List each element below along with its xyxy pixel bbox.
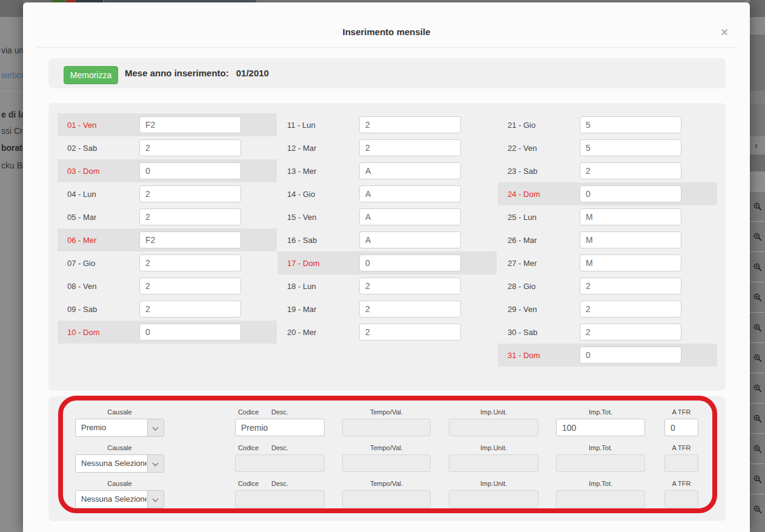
background-list-row — [750, 312, 765, 342]
day-row: 27 - Mer — [498, 251, 717, 274]
background-list-row — [750, 433, 765, 464]
day-value-input[interactable] — [580, 278, 681, 294]
causale-row: Causale Nessuna Selezione Codice 0 Desc.… — [48, 480, 726, 510]
day-value-input[interactable] — [580, 254, 681, 271]
day-value-input[interactable] — [139, 231, 241, 248]
a-tfr-field-group: A TFR — [664, 408, 698, 436]
day-value-input[interactable] — [359, 301, 461, 318]
day-value-input[interactable] — [139, 162, 241, 179]
day-row: 03 - Dom — [58, 159, 277, 182]
close-icon[interactable]: × — [716, 24, 733, 40]
day-value-input[interactable] — [139, 254, 241, 271]
day-row: 14 - Gio — [277, 182, 497, 205]
causale-field-group: Causale Premio — [75, 408, 164, 437]
memorizza-button[interactable]: Memorizza — [64, 66, 118, 84]
background-list-row — [750, 403, 765, 433]
desc-input[interactable] — [235, 419, 325, 436]
a-tfr-input — [664, 454, 698, 472]
day-value-input[interactable] — [139, 208, 241, 225]
day-value-input[interactable] — [580, 162, 681, 179]
day-column-1: 01 - Ven 02 - Sab 03 - Dom 04 - Lun 05 -… — [58, 113, 277, 344]
day-value-input[interactable] — [359, 185, 461, 202]
day-value-input[interactable] — [580, 324, 681, 341]
collapse-chevron-icon[interactable]: ‹ — [755, 140, 758, 150]
chevron-down-icon[interactable] — [147, 419, 164, 436]
imp-tot-field-group: Imp.Tot. — [556, 444, 645, 472]
day-label: 16 - Sab — [277, 236, 359, 245]
desc-input — [235, 454, 325, 472]
day-row: 08 - Ven — [58, 274, 277, 298]
causale-select[interactable]: Nessuna Selezione — [75, 454, 164, 473]
day-row: 20 - Mer — [277, 321, 497, 344]
day-row: 06 - Mer — [58, 228, 277, 251]
day-row: 11 - Lun — [277, 113, 497, 136]
day-value-input[interactable] — [580, 116, 681, 133]
background-list-row — [750, 221, 765, 251]
day-label: 18 - Lun — [277, 282, 359, 291]
day-value-input[interactable] — [359, 254, 461, 271]
day-value-input[interactable] — [580, 139, 681, 156]
background-left-rail: via unwebcolle di lavssi Criboratocku Be — [0, 0, 23, 532]
a-tfr-field-group: A TFR — [664, 444, 698, 472]
causale-select[interactable]: Nessuna Selezione — [75, 490, 164, 508]
day-label: 13 - Mer — [277, 167, 359, 176]
imp-tot-field-group: Imp.Tot. — [556, 480, 645, 508]
imp-tot-input[interactable] — [556, 419, 645, 436]
day-row: 16 - Sab — [277, 228, 497, 251]
day-value-input[interactable] — [139, 185, 241, 202]
day-label: 20 - Mer — [277, 328, 359, 337]
day-value-input[interactable] — [359, 116, 461, 133]
day-value-input[interactable] — [359, 278, 461, 294]
background-list-row — [750, 251, 765, 282]
day-row: 07 - Gio — [58, 251, 277, 274]
day-value-input[interactable] — [580, 231, 681, 248]
day-value-input[interactable] — [139, 324, 241, 341]
day-value-input[interactable] — [580, 347, 681, 364]
day-value-input[interactable] — [359, 162, 461, 179]
day-label: 21 - Gio — [498, 121, 580, 130]
a-tfr-input[interactable] — [664, 419, 698, 436]
header-divider — [36, 47, 737, 48]
day-label: 10 - Dom — [58, 328, 139, 337]
day-value-input[interactable] — [580, 208, 681, 225]
day-label: 30 - Sab — [498, 328, 580, 337]
screen: via unwebcolle di lavssi Criboratocku Be… — [0, 0, 765, 532]
tempo-val-field-group: Tempo/Val. — [342, 408, 431, 436]
day-column-2: 11 - Lun 12 - Mar 13 - Mer 14 - Gio 15 -… — [277, 113, 497, 344]
day-label: 25 - Lun — [498, 213, 580, 222]
day-value-input[interactable] — [359, 231, 461, 248]
day-value-input[interactable] — [139, 278, 241, 294]
tempo-val-input — [342, 490, 431, 508]
day-value-input[interactable] — [139, 139, 241, 156]
day-value-input[interactable] — [139, 301, 241, 318]
a-tfr-label: A TFR — [664, 480, 698, 487]
day-label: 07 - Gio — [58, 259, 139, 268]
day-row: 21 - Gio — [498, 113, 717, 136]
day-row: 13 - Mer — [277, 159, 497, 182]
background-text-fragment[interactable]: webcoll — [1, 70, 23, 80]
day-value-input[interactable] — [359, 208, 461, 225]
causale-selected-value: Nessuna Selezione — [81, 491, 147, 508]
causale-row: Causale Premio Codice 303 Desc. Tempo/Va… — [48, 408, 726, 439]
save-panel: Memorizza Mese anno inserimento:01/2010 — [48, 58, 726, 88]
background-list-row — [750, 342, 765, 373]
desc-label: Desc. — [235, 444, 325, 451]
day-value-input[interactable] — [580, 301, 681, 318]
tempo-val-label: Tempo/Val. — [342, 408, 431, 416]
day-grid-panel: 01 - Ven 02 - Sab 03 - Dom 04 - Lun 05 -… — [48, 103, 726, 391]
day-value-input[interactable] — [139, 116, 241, 133]
causale-select[interactable]: Premio — [75, 419, 164, 437]
chevron-down-icon[interactable] — [147, 491, 164, 508]
background-topbar — [0, 0, 23, 17]
day-row: 30 - Sab — [498, 321, 717, 344]
chevron-down-icon[interactable] — [147, 455, 164, 472]
day-label: 28 - Gio — [498, 282, 580, 291]
day-value-input[interactable] — [359, 324, 461, 341]
day-value-input[interactable] — [580, 185, 681, 202]
background-text-fragment: ssi Cri — [1, 126, 23, 136]
background-text-fragment: e di lav — [1, 110, 23, 119]
causali-panel: Causale Premio Codice 303 Desc. Tempo/Va… — [48, 396, 726, 521]
imp-unit-label: Imp.Unit. — [449, 408, 538, 416]
day-value-input[interactable] — [359, 139, 461, 156]
imp-unit-label: Imp.Unit. — [449, 480, 538, 487]
